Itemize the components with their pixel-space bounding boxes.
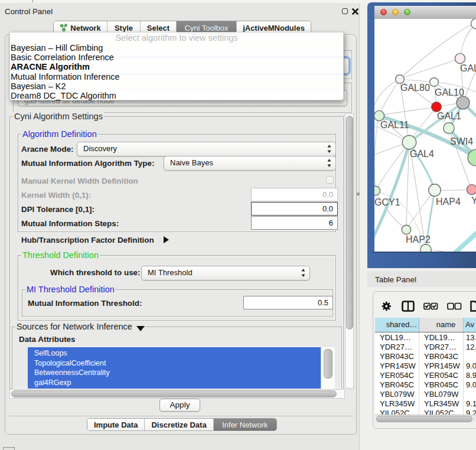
svg-text:GAL80: GAL80 <box>400 83 430 93</box>
svg-text:GCY1: GCY1 <box>374 197 400 207</box>
svg-text:GAL10: GAL10 <box>435 87 464 97</box>
svg-text:SWI4: SWI4 <box>450 136 473 146</box>
svg-text:GAL1: GAL1 <box>437 111 461 121</box>
svg-text:GAL4: GAL4 <box>410 149 434 159</box>
svg-text:Y: Y <box>471 195 476 206</box>
svg-text:GAL11: GAL11 <box>380 120 409 130</box>
svg-text:HAP2: HAP2 <box>406 234 431 244</box>
svg-text:GAL: GAL <box>460 63 476 73</box>
svg-text:HAP4: HAP4 <box>436 197 461 207</box>
